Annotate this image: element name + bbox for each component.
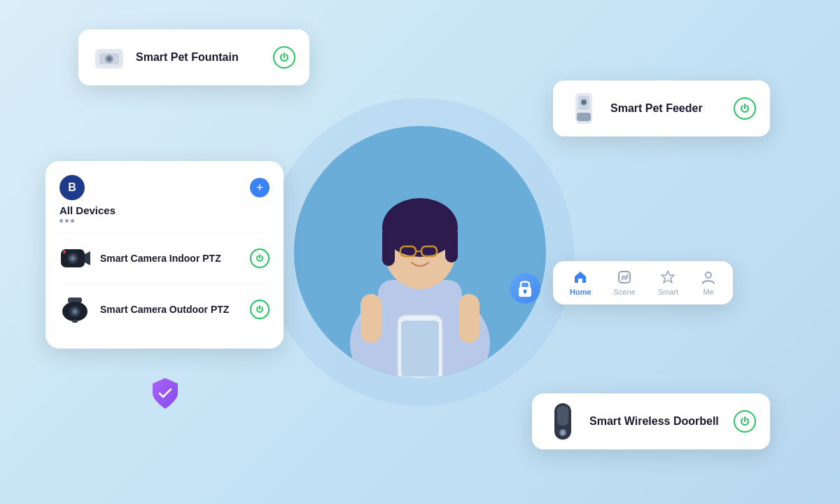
card-doorbell: Smart Wireless Doorbell: [532, 393, 770, 449]
feeder-icon: [567, 92, 601, 125]
person-image: [294, 126, 546, 378]
svg-rect-25: [557, 406, 568, 426]
svg-rect-40: [619, 272, 630, 283]
svg-point-19: [107, 57, 111, 61]
dot-1: [59, 219, 63, 223]
dot-3: [71, 219, 74, 223]
nav-bar: Home Scene Smart Me: [553, 261, 733, 304]
svg-rect-45: [524, 291, 526, 294]
panel-header: B +: [59, 175, 270, 200]
feeder-power-button[interactable]: [734, 97, 756, 120]
panel-title: All Devices: [59, 204, 270, 216]
svg-marker-32: [85, 251, 90, 265]
svg-rect-14: [401, 321, 439, 377]
panel-dots: [59, 219, 270, 223]
nav-home[interactable]: Home: [570, 270, 592, 296]
svg-rect-6: [382, 227, 395, 266]
svg-rect-12: [458, 294, 479, 343]
camera-outdoor-power-button[interactable]: [250, 300, 270, 319]
panel-camera-indoor: Smart Camera Indoor PTZ: [59, 232, 270, 284]
card-feeder: Smart Pet Feeder: [553, 80, 770, 136]
lock-decoration: [508, 272, 542, 308]
nav-scene-label: Scene: [614, 288, 636, 296]
svg-point-27: [561, 431, 565, 435]
devices-panel: B + All Devices Smart Camera Indoor PTZ: [46, 161, 284, 349]
dot-2: [65, 219, 69, 223]
svg-rect-39: [72, 320, 78, 323]
svg-point-31: [71, 257, 75, 260]
doorbell-name: Smart Wireless Doorbell: [589, 415, 724, 428]
feeder-name: Smart Pet Feeder: [610, 102, 724, 115]
nav-smart[interactable]: Smart: [658, 270, 678, 296]
home-icon: [573, 270, 588, 285]
svg-rect-7: [445, 227, 458, 262]
person-circle: [294, 126, 546, 378]
camera-indoor-power-button[interactable]: [250, 248, 270, 268]
camera-indoor-icon: [59, 243, 90, 274]
user-avatar: B: [59, 175, 85, 200]
panel-camera-outdoor: Smart Camera Outdoor PTZ: [59, 284, 270, 335]
nav-scene[interactable]: Scene: [614, 270, 636, 296]
me-icon: [701, 270, 716, 285]
fountain-name: Smart Pet Fountain: [136, 51, 263, 64]
shield-decoration: [147, 375, 183, 414]
camera-outdoor-icon: [59, 294, 90, 325]
nav-me[interactable]: Me: [701, 270, 716, 296]
svg-point-23: [581, 99, 587, 105]
nav-me-label: Me: [703, 288, 713, 296]
svg-point-41: [706, 272, 711, 278]
nav-smart-label: Smart: [658, 288, 678, 296]
fountain-power-button[interactable]: [273, 46, 295, 69]
camera-outdoor-name: Smart Camera Outdoor PTZ: [100, 304, 240, 315]
card-fountain: Smart Pet Fountain: [78, 29, 309, 85]
camera-indoor-name: Smart Camera Indoor PTZ: [100, 253, 240, 264]
smart-icon: [660, 270, 676, 285]
doorbell-power-button[interactable]: [734, 410, 756, 433]
svg-point-33: [63, 251, 66, 253]
add-device-button[interactable]: +: [250, 178, 270, 197]
svg-rect-11: [360, 294, 382, 343]
nav-home-label: Home: [570, 288, 592, 296]
doorbell-icon: [546, 405, 580, 438]
scene-icon: [617, 270, 632, 285]
svg-rect-22: [577, 113, 591, 121]
svg-point-38: [74, 310, 77, 314]
fountain-icon: [92, 41, 126, 74]
